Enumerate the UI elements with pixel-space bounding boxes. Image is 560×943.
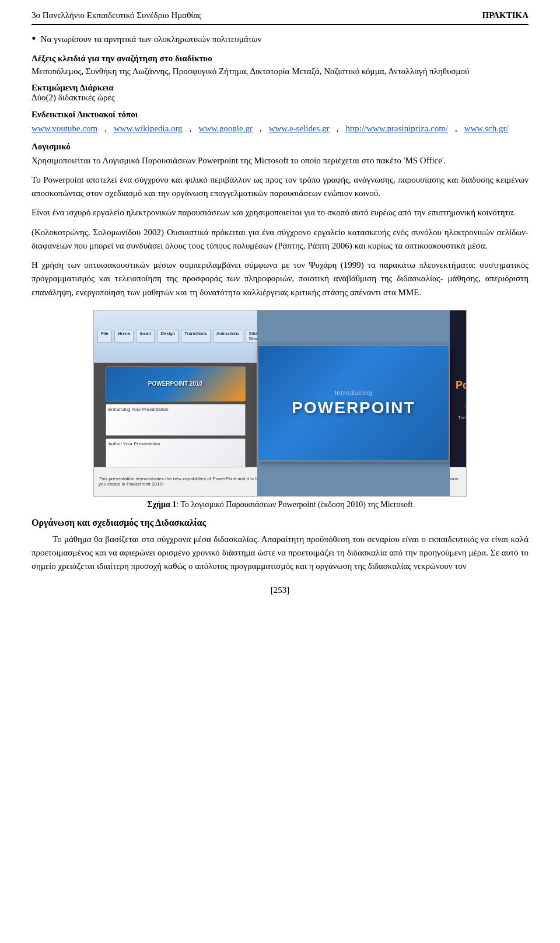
- bullet-item: • Να γνωρίσουν τα αρνητικά των ολοκληρωτ…: [32, 33, 528, 46]
- tab-design: Design: [157, 330, 178, 343]
- slide-thumb-3: Author Your Presentation: [106, 438, 246, 470]
- link-google[interactable]: www.google.gr: [199, 121, 253, 135]
- ppt-main-area: Introducing POWERPOINT: [257, 310, 450, 496]
- keywords-label: Λέξεις κλειδιά για την αναζήτηση στο δια…: [32, 54, 212, 63]
- section2-paragraph1: Το μάθημα θα βασίζεται στα σύγχρονα μέσα…: [32, 533, 528, 574]
- figure-caption-bold: Σχήμα 1: [147, 500, 176, 509]
- section2-title: Οργάνωση και σχεδιασμός της Διδασκαλίας: [32, 518, 528, 528]
- tab-insert: Insert: [136, 330, 155, 343]
- keywords-block: Λέξεις κλειδιά για την αναζήτηση στο δια…: [32, 52, 528, 78]
- page-container: 3ο Πανελλήνιο Εκπαιδευτικό Συνέδριο Ημαθ…: [0, 0, 560, 613]
- logismiko-title: Λογισμικό: [32, 140, 528, 153]
- figure-container: File Home Insert Design Transitions Anim…: [93, 310, 467, 509]
- paragraph-4: Η χρήση των οπτικοακουστικών μέσων συμπε…: [32, 259, 528, 299]
- page-header: 3ο Πανελλήνιο Εκπαιδευτικό Συνέδριο Ημαθ…: [32, 11, 528, 25]
- tab-file: File: [97, 330, 112, 343]
- link-youtube[interactable]: www.youtube.com: [32, 121, 97, 135]
- logismiko-text: Χρησιμοποιείται το Λογισμικό Παρουσιάσεω…: [32, 156, 446, 165]
- bullet-section: • Να γνωρίσουν τα αρνητικά των ολοκληρωτ…: [32, 33, 528, 46]
- conference-title: 3ο Πανελλήνιο Εκπαιδευτικό Συνέδριο Ημαθ…: [32, 11, 201, 20]
- tab-anim: Animations: [213, 330, 243, 343]
- ppt-intro-text: Introducing: [334, 389, 372, 396]
- ppt-left-panel: File Home Insert Design Transitions Anim…: [94, 310, 257, 496]
- link-wikipedia[interactable]: www.wikipedia.org: [114, 121, 183, 135]
- slide-thumb-1-label: POWERPOINT 2010: [148, 380, 202, 387]
- ppt-ribbon: File Home Insert Design Transitions Anim…: [94, 310, 257, 363]
- link-eselides[interactable]: www.e-selides.gr: [269, 121, 330, 135]
- link-sch[interactable]: www.sch.gr/: [464, 121, 509, 135]
- paragraph-1: Το Powerpoint αποτελεί ένα σύγχρονο και …: [32, 173, 528, 201]
- slide-thumb-2: Enhancing Your Presentation: [106, 404, 246, 436]
- duration-block: Εκτιμώμενη Διάρκεια Δύο(2) διδακτικές ώρ…: [32, 83, 528, 103]
- slide-thumb-2-label: Enhancing Your Presentation: [108, 407, 169, 412]
- paragraph-3: (Κολοκοτρώνης, Σολομωνίδου 2002) Ουσιαστ…: [32, 226, 528, 253]
- document-type: ΠΡΑΚΤΙΚΑ: [482, 11, 528, 20]
- figure-caption: Σχήμα 1: Το λογισμικό Παρουσιάσεων Power…: [93, 500, 467, 509]
- duration-label: Εκτιμώμενη Διάρκεια: [32, 83, 114, 92]
- link-prasini[interactable]: http://www.prasinipriza.com/: [345, 121, 448, 135]
- page-number: [253]: [32, 585, 528, 595]
- product-tagline-text: Turn your ideas into great presentations: [458, 415, 467, 425]
- bullet-icon: •: [32, 32, 36, 45]
- product-year: 2010: [465, 392, 467, 411]
- product-tagline: Turn your ideas into great presentations: [456, 415, 467, 425]
- network-block: Ενδεικτικοί Δικτυακοί τόποι www.youtube.…: [32, 107, 528, 135]
- product-name: PowerPoint: [456, 380, 467, 392]
- section2-paragraph1-text: Το μάθημα θα βασίζεται στα σύγχρονα μέσα…: [32, 535, 528, 571]
- ppt-center-slide: Introducing POWERPOINT: [257, 345, 450, 462]
- logismiko-block: Λογισμικό Χρησιμοποιείται το Λογισμικό Π…: [32, 140, 528, 167]
- slide-thumb-1: POWERPOINT 2010: [106, 366, 246, 401]
- ppt-screenshot: File Home Insert Design Transitions Anim…: [94, 310, 466, 496]
- network-links: www.youtube.com, www.wikipedia.org, www.…: [32, 121, 528, 135]
- keywords-value: Μεσοπόλεμος, Συνθήκη της Λωζάννης, Προσφ…: [32, 67, 469, 76]
- slide-thumb-3-label: Author Your Presentation: [108, 441, 160, 446]
- bullet-text: Να γνωρίσουν τα αρνητικά των ολοκληρωτικ…: [41, 33, 262, 46]
- product-name-text: PowerPoint: [456, 379, 467, 391]
- tab-home: Home: [114, 330, 134, 343]
- figure-caption-text: : Το λογισμικό Παρουσιάσεων Powerpoint (…: [176, 500, 412, 509]
- ppt-logo-text: POWERPOINT: [292, 399, 415, 417]
- tab-trans: Transitions: [181, 330, 211, 343]
- paragraph-2: Είναι ένα ισχυρό εργαλείο ηλεκτρονικών π…: [32, 206, 528, 219]
- figure-image: File Home Insert Design Transitions Anim…: [93, 310, 467, 497]
- product-year-text: 2010: [465, 392, 467, 411]
- duration-value: Δύο(2) διδακτικές ώρες: [32, 93, 115, 102]
- network-label: Ενδεικτικοί Δικτυακοί τόποι: [32, 110, 138, 119]
